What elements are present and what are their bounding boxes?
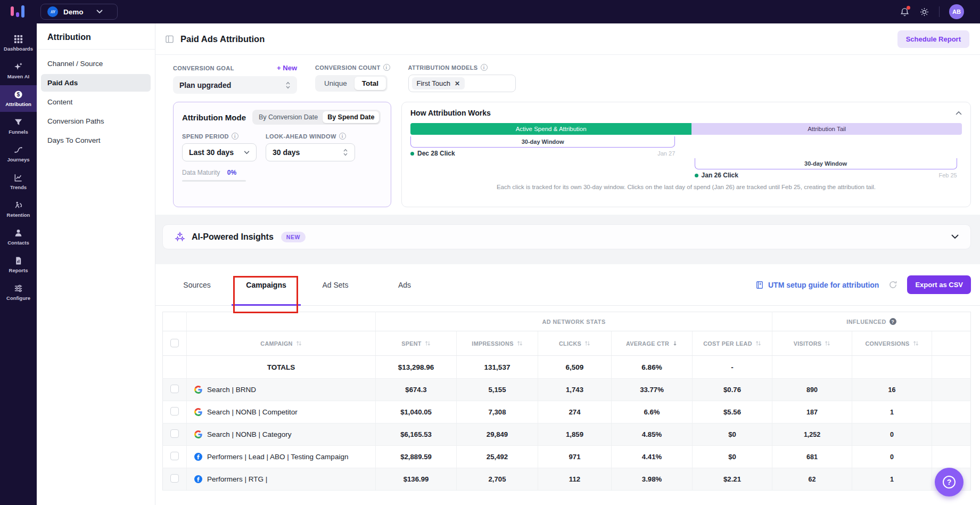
sidebar-title: Attribution — [37, 23, 155, 50]
column-header-average-ctr[interactable]: AVERAGE CTR — [612, 331, 693, 356]
click-marker-2: Jan 26 Click — [695, 172, 738, 179]
conversion-goal-select[interactable]: Plan upgraded — [173, 76, 297, 94]
totals-spent: $13,298.96 — [376, 356, 457, 379]
refresh-icon[interactable] — [888, 280, 897, 289]
expand-chevron-down-icon[interactable] — [951, 234, 959, 239]
cell-impressions: 7,308 — [457, 401, 538, 423]
conversion-count-label: CONVERSION COUNT — [315, 64, 381, 71]
cell-impressions: 25,492 — [457, 446, 538, 468]
settings-gear-icon[interactable] — [919, 7, 929, 17]
select-all-header — [163, 331, 187, 356]
column-header-spent[interactable]: SPENT — [376, 331, 457, 356]
tab-ads[interactable]: Ads — [370, 264, 439, 305]
rail-item-configure[interactable]: Configure — [0, 279, 37, 306]
sidebar-item-days-to-convert[interactable]: Days To Convert — [41, 132, 151, 149]
spend-period-label: SPEND PERIOD — [182, 133, 229, 140]
schedule-report-button[interactable]: Schedule Report — [897, 30, 969, 48]
remove-chip-icon[interactable]: ✕ — [455, 80, 460, 87]
sidebar-item-content[interactable]: Content — [41, 93, 151, 111]
help-floating-button[interactable]: ? — [935, 468, 963, 496]
cell-conversions: 1 — [852, 401, 932, 423]
cell-average-ctr: 4.85% — [612, 423, 693, 446]
help-question-icon[interactable]: ? — [890, 318, 896, 325]
table-row[interactable]: Search | BRND $674.3 5,155 1,743 33.77% … — [163, 379, 971, 401]
grid-icon — [14, 35, 23, 44]
column-header-impressions[interactable]: IMPRESSIONS — [457, 331, 538, 356]
user-avatar[interactable]: AB — [949, 4, 964, 19]
rail-item-retention[interactable]: Retention — [0, 196, 37, 223]
look-ahead-select[interactable]: 30 days — [266, 143, 355, 161]
cell-conversions: 0 — [852, 446, 932, 468]
rail-item-maven-ai[interactable]: Maven AI — [0, 58, 37, 84]
rail-item-dashboards[interactable]: Dashboards — [0, 30, 37, 56]
sidebar-item-conversion-paths[interactable]: Conversion Paths — [41, 112, 151, 130]
tab-ad-sets[interactable]: Ad Sets — [301, 264, 370, 305]
sidebar-item-paid-ads[interactable]: Paid Ads — [41, 74, 151, 92]
column-header-clicks[interactable]: CLICKS — [538, 331, 612, 356]
panel-toggle-icon[interactable] — [165, 35, 174, 44]
attribution-caption: Each click is tracked for its own 30-day… — [410, 184, 962, 190]
table-row[interactable]: Performers | Lead | ABO | Testing Campai… — [163, 446, 971, 468]
campaign-name: Search | NONB | Category — [207, 430, 292, 438]
row-checkbox[interactable] — [170, 407, 179, 416]
toggle-by-conversion-date[interactable]: By Conversion Date — [254, 111, 323, 123]
workspace-switcher[interactable]: Demo — [40, 4, 118, 20]
collapse-chevron-up-icon[interactable] — [956, 111, 962, 115]
attribution-models-select[interactable]: First Touch ✕ — [408, 75, 516, 92]
ai-insights-bar[interactable]: AI-Powered Insights NEW — [162, 224, 971, 249]
column-header-conversions[interactable]: CONVERSIONS — [852, 331, 932, 356]
report-card: Sources Campaigns Ad Sets Ads UTM setup … — [155, 264, 980, 491]
column-header-cost-per-lead[interactable]: COST PER LEAD — [693, 331, 772, 356]
row-checkbox[interactable] — [170, 452, 179, 460]
trend-line-icon — [14, 173, 23, 182]
info-icon[interactable]: i — [339, 133, 346, 140]
row-checkbox[interactable] — [170, 429, 179, 438]
info-icon[interactable]: i — [232, 133, 238, 140]
column-header-campaign[interactable]: CAMPAIGN — [187, 331, 376, 356]
window-bracket-2: 30-day Window — [695, 158, 957, 169]
campaigns-table-wrap: AD NETWORK STATS INFLUENCED? CAMPAIGN SP… — [155, 306, 980, 491]
cell-clicks: 274 — [538, 401, 612, 423]
utm-setup-guide-link[interactable]: UTM setup guide for attribution — [755, 281, 879, 289]
table-row[interactable]: Search | NONB | Category $6,165.53 29,84… — [163, 423, 971, 446]
cell-average-ctr: 6.6% — [612, 401, 693, 423]
select-all-checkbox[interactable] — [170, 339, 179, 347]
sort-icon — [296, 340, 302, 347]
toggle-by-spend-date[interactable]: By Spend Date — [323, 111, 379, 123]
toggle-option-unique[interactable]: Unique — [317, 77, 355, 90]
rail-item-contacts[interactable]: Contacts — [0, 224, 37, 250]
sidebar-item-channel-source[interactable]: Channel / Source — [41, 55, 151, 72]
new-goal-button[interactable]: + New — [277, 64, 297, 72]
info-icon[interactable]: i — [383, 64, 390, 71]
campaigns-table: AD NETWORK STATS INFLUENCED? CAMPAIGN SP… — [162, 312, 971, 491]
tab-campaigns[interactable]: Campaigns — [232, 264, 301, 305]
campaign-name: Performers | RTG | — [207, 475, 267, 483]
table-row[interactable]: Search | NONB | Competitor $1,040.05 7,3… — [163, 401, 971, 423]
cell-cost-per-lead: $2.21 — [693, 468, 772, 491]
spend-period-select[interactable]: Last 30 days — [182, 143, 257, 161]
row-checkbox[interactable] — [170, 474, 179, 483]
attribution-mode-panel: Attribution Mode By Conversion Date By S… — [173, 102, 391, 207]
rail-item-journeys[interactable]: Journeys — [0, 141, 37, 167]
page-header: Paid Ads Attribution Schedule Report — [155, 23, 980, 55]
notifications-bell-icon[interactable] — [900, 7, 910, 17]
campaign-name: Search | NONB | Competitor — [207, 408, 298, 416]
tab-sources[interactable]: Sources — [162, 264, 232, 305]
table-row[interactable]: Performers | RTG | $136.99 2,705 112 3.9… — [163, 468, 971, 491]
group-empty — [187, 312, 376, 331]
row-checkbox[interactable] — [170, 385, 179, 393]
insights-title: AI-Powered Insights — [192, 232, 274, 242]
cell-spent: $2,889.59 — [376, 446, 457, 468]
rail-item-attribution[interactable]: $ Attribution — [0, 85, 37, 112]
model-chip: First Touch ✕ — [412, 77, 465, 89]
info-icon[interactable]: i — [481, 64, 488, 71]
rail-item-trends[interactable]: Trends — [0, 168, 37, 195]
toggle-option-total[interactable]: Total — [355, 77, 386, 90]
campaign-name: Performers | Lead | ABO | Testing Campai… — [207, 453, 348, 461]
rail-item-funnels[interactable]: Funnels — [0, 113, 37, 140]
rail-item-reports[interactable]: Reports — [0, 251, 37, 278]
column-header-visitors[interactable]: VISITORS — [772, 331, 852, 356]
totals-label: TOTALS — [187, 356, 376, 379]
export-csv-button[interactable]: Export as CSV — [907, 275, 971, 294]
cell-cost-per-lead: $0.76 — [693, 379, 772, 401]
